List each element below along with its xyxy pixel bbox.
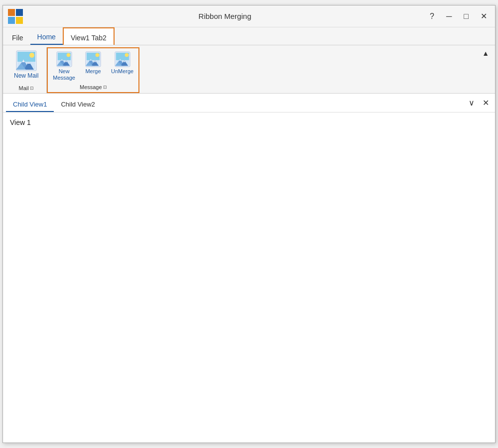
message-expand-icon[interactable]: ⊡ xyxy=(103,85,107,90)
svg-point-21 xyxy=(96,53,100,57)
unmerge-button[interactable]: UnMerge xyxy=(108,49,136,77)
svg-point-12 xyxy=(66,53,70,57)
message-group-label: Message xyxy=(80,84,102,90)
collapse-icon: ▲ xyxy=(482,49,489,57)
app-icon xyxy=(8,9,23,24)
title-bar-controls: ? ─ □ ✕ xyxy=(427,11,490,21)
merge-button[interactable]: Merge xyxy=(80,49,106,77)
window-title: Ribbon Merging xyxy=(23,12,427,20)
new-mail-button[interactable]: New Mail xyxy=(10,48,42,81)
maximize-button[interactable]: □ xyxy=(461,11,472,21)
view-label: View 1 xyxy=(10,118,31,126)
title-bar: Ribbon Merging ? ─ □ ✕ xyxy=(3,5,495,27)
new-message-button[interactable]: NewMessage xyxy=(50,49,78,83)
svg-point-30 xyxy=(124,53,128,57)
merge-icon xyxy=(85,51,101,67)
mail-group-footer: Mail ⊡ xyxy=(10,84,42,92)
menu-bar: File Home View1 Tab2 xyxy=(3,27,495,45)
tab-home[interactable]: Home xyxy=(30,27,63,45)
tab-file[interactable]: File xyxy=(5,27,30,45)
svg-point-3 xyxy=(29,53,34,58)
minimize-button[interactable]: ─ xyxy=(443,11,455,21)
merge-label: Merge xyxy=(85,68,101,75)
child-tab-view1[interactable]: Child View1 xyxy=(6,94,54,112)
child-tabs-close-button[interactable]: ✕ xyxy=(480,97,492,109)
tab-view1tab2[interactable]: View1 Tab2 xyxy=(63,27,115,45)
message-group-content: NewMessage Merge xyxy=(50,49,136,83)
new-mail-icon xyxy=(16,50,37,71)
ribbon: New Mail Mail ⊡ xyxy=(3,45,495,94)
new-message-label: NewMessage xyxy=(53,68,75,81)
mail-expand-icon[interactable]: ⊡ xyxy=(30,86,34,91)
title-bar-left xyxy=(8,9,23,24)
new-mail-label: New Mail xyxy=(14,72,38,79)
child-tabs-bar: Child View1 Child View2 ∨ ✕ xyxy=(3,94,495,112)
message-group-footer: Message ⊡ xyxy=(50,83,136,91)
ribbon-group-mail: New Mail Mail ⊡ xyxy=(6,47,47,93)
main-window: Ribbon Merging ? ─ □ ✕ File Home View1 T… xyxy=(2,5,496,443)
ribbon-group-message: NewMessage Merge xyxy=(47,47,139,93)
mail-group-label: Mail xyxy=(19,85,29,91)
child-tab-view2[interactable]: Child View2 xyxy=(54,94,102,112)
mail-group-content: New Mail xyxy=(10,48,42,84)
ribbon-collapse-button[interactable]: ▲ xyxy=(479,47,492,93)
content-area: View 1 xyxy=(3,112,495,443)
new-message-icon xyxy=(56,51,72,67)
child-tabs-dropdown-button[interactable]: ∨ xyxy=(466,97,478,109)
unmerge-icon xyxy=(115,51,130,67)
unmerge-label: UnMerge xyxy=(111,68,133,75)
help-button[interactable]: ? xyxy=(427,11,437,21)
close-button[interactable]: ✕ xyxy=(478,11,490,21)
child-tabs-controls: ∨ ✕ xyxy=(466,97,492,109)
